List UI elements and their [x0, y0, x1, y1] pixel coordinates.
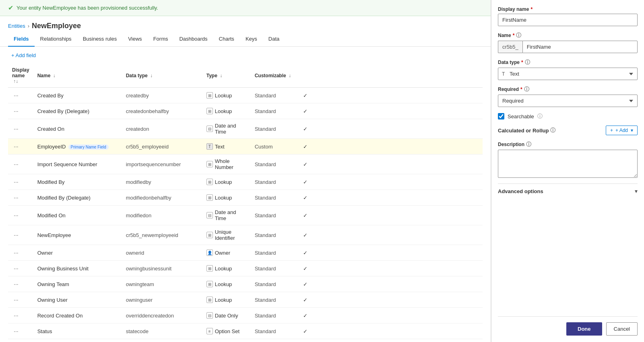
table-row[interactable]: ···NewEmployeecr5b5_newemployeeid ⊞ Uniq…	[8, 225, 483, 245]
required-required-star: *	[520, 87, 522, 92]
table-row[interactable]: ···Modified Bymodifiedby ⊞ Lookup Standa…	[8, 174, 483, 190]
customizable-check: ✓	[303, 313, 308, 319]
type-icon: ≡	[206, 328, 213, 334]
entity-type-cell: Standard	[255, 281, 276, 287]
type-icon: T	[206, 143, 213, 150]
row-menu-button[interactable]: ···	[12, 327, 20, 335]
table-row[interactable]: ···EmployeeIDPrimary Name Fieldcr5b5_emp…	[8, 139, 483, 155]
row-menu-button[interactable]: ···	[12, 125, 20, 133]
required-select[interactable]: Required Optional Recommended	[498, 95, 638, 107]
data-type-label: Date and Time	[215, 209, 247, 221]
calc-rollup-info-icon[interactable]: ⓘ	[550, 127, 555, 134]
display-name-cell: Created On	[37, 126, 64, 132]
display-name-cell: Status	[37, 328, 52, 334]
row-menu-button[interactable]: ···	[12, 296, 20, 304]
table-row[interactable]: ···Statusstatecode ≡ Option Set Standard…	[8, 323, 483, 339]
tab-bar: Fields Relationships Business rules View…	[0, 32, 491, 47]
customizable-check: ✓	[303, 297, 308, 303]
type-icon: ⊟	[206, 312, 213, 319]
api-name-cell: modifiedonbehalfby	[126, 195, 171, 201]
row-menu-button[interactable]: ···	[12, 194, 20, 202]
success-message: Your entity NewEmployee has been provisi…	[17, 5, 158, 11]
row-menu-button[interactable]: ···	[12, 280, 20, 288]
breadcrumb-parent[interactable]: Entities	[8, 23, 25, 29]
table-row[interactable]: ···Import Sequence Numberimportsequencen…	[8, 155, 483, 174]
tab-business-rules[interactable]: Business rules	[77, 32, 123, 47]
api-name-cell: importsequencenumber	[126, 161, 181, 167]
row-menu-button[interactable]: ···	[12, 211, 20, 219]
searchable-checkbox[interactable]	[498, 113, 504, 119]
api-name-cell: ownerid	[126, 250, 144, 256]
row-menu-button[interactable]: ···	[12, 231, 20, 239]
table-row[interactable]: ···Ownerownerid 👤 Owner Standard✓	[8, 245, 483, 261]
entity-type-cell: Custom	[255, 144, 273, 150]
table-row[interactable]: ···Owning Teamowningteam ⊞ Lookup Standa…	[8, 276, 483, 292]
col-display-name[interactable]: Display name ↑↓	[8, 64, 33, 88]
customizable-check: ✓	[303, 179, 308, 185]
api-name-cell: overriddencreatedon	[126, 313, 174, 319]
row-menu-button[interactable]: ···	[12, 264, 20, 272]
table-row[interactable]: ···Created By (Delegate)createdonbehalfb…	[8, 103, 483, 119]
display-name-cell: Owning Team	[37, 281, 69, 287]
data-type-select[interactable]: Text Whole Number Date and Time Lookup O…	[498, 68, 638, 80]
entity-type-cell: Standard	[255, 212, 276, 218]
table-row[interactable]: ···Created Bycreatedby ⊞ Lookup Standard…	[8, 88, 483, 103]
tab-charts[interactable]: Charts	[213, 32, 240, 47]
row-menu-button[interactable]: ···	[12, 91, 20, 99]
col-customizable[interactable]: Customizable ↓	[251, 64, 299, 88]
advanced-options-row[interactable]: Advanced options ▾	[498, 183, 638, 198]
tab-keys[interactable]: Keys	[240, 32, 263, 47]
advanced-options-label: Advanced options	[498, 188, 543, 194]
description-info-icon[interactable]: ⓘ	[526, 141, 531, 148]
table-row[interactable]: ···Owning Userowninguser ⊞ Lookup Standa…	[8, 292, 483, 308]
display-name-cell: EmployeeID	[37, 144, 66, 150]
data-type-info-icon[interactable]: ⓘ	[525, 59, 530, 66]
data-type-cell: ⊞ Lookup	[206, 265, 247, 272]
row-menu-button[interactable]: ···	[12, 311, 20, 319]
tab-data[interactable]: Data	[263, 32, 285, 47]
description-textarea[interactable]	[498, 150, 638, 178]
table-row[interactable]: ···Status Reasonstatuscode ≡ Option Set …	[8, 339, 483, 342]
table-row[interactable]: ···Modified Onmodifiedon ⊟ Date and Time…	[8, 206, 483, 225]
searchable-info-icon[interactable]: ⓘ	[537, 113, 543, 120]
api-name-cell: modifiedon	[126, 212, 152, 218]
tab-fields[interactable]: Fields	[8, 32, 35, 47]
table-row[interactable]: ···Record Created Onoverriddencreatedon …	[8, 308, 483, 323]
display-name-input[interactable]	[498, 14, 638, 26]
entity-type-cell: Standard	[255, 297, 276, 303]
row-menu-button[interactable]: ···	[12, 142, 20, 150]
row-menu-button[interactable]: ···	[12, 160, 20, 168]
name-input[interactable]	[522, 41, 638, 53]
col-data-type[interactable]: Data type ↓	[122, 64, 202, 88]
data-type-select-wrapper: T Text Whole Number Date and Time Lookup…	[498, 68, 638, 80]
data-type-cell: ⊞ Unique Identifier	[206, 229, 247, 241]
type-icon: ⊞	[206, 194, 213, 201]
table-row[interactable]: ···Created Oncreatedon ⊟ Date and Time S…	[8, 119, 483, 139]
done-button[interactable]: Done	[566, 322, 602, 336]
add-field-button[interactable]: + Add field	[8, 51, 39, 60]
required-info-icon[interactable]: ⓘ	[524, 86, 529, 93]
row-menu-button[interactable]: ···	[12, 178, 20, 186]
table-row[interactable]: ···Modified By (Delegate)modifiedonbehal…	[8, 190, 483, 206]
api-name-cell: statecode	[126, 328, 149, 334]
cancel-button[interactable]: Cancel	[606, 322, 638, 336]
tab-views[interactable]: Views	[122, 32, 147, 47]
customizable-check: ✓	[303, 108, 308, 114]
data-type-cell: ⊟ Date and Time	[206, 209, 247, 221]
display-name-required-star: *	[530, 6, 533, 12]
name-input-group: cr5b5_	[498, 41, 638, 53]
type-icon: ⊞	[206, 265, 213, 272]
customizable-check: ✓	[303, 328, 308, 334]
tab-relationships[interactable]: Relationships	[35, 32, 77, 47]
name-info-icon[interactable]: ⓘ	[516, 32, 521, 39]
col-name[interactable]: Name ↓	[33, 64, 122, 88]
type-icon: ⊞	[206, 232, 213, 238]
table-row[interactable]: ···Owning Business Unitowningbusinessuni…	[8, 261, 483, 276]
col-type[interactable]: Type ↓	[202, 64, 251, 88]
row-menu-button[interactable]: ···	[12, 107, 20, 115]
calc-rollup-add-button[interactable]: + + Add ▾	[606, 126, 638, 135]
tab-dashboards[interactable]: Dashboards	[173, 32, 213, 47]
row-menu-button[interactable]: ···	[12, 249, 20, 257]
type-icon: ⊞	[206, 281, 213, 287]
tab-forms[interactable]: Forms	[148, 32, 174, 47]
